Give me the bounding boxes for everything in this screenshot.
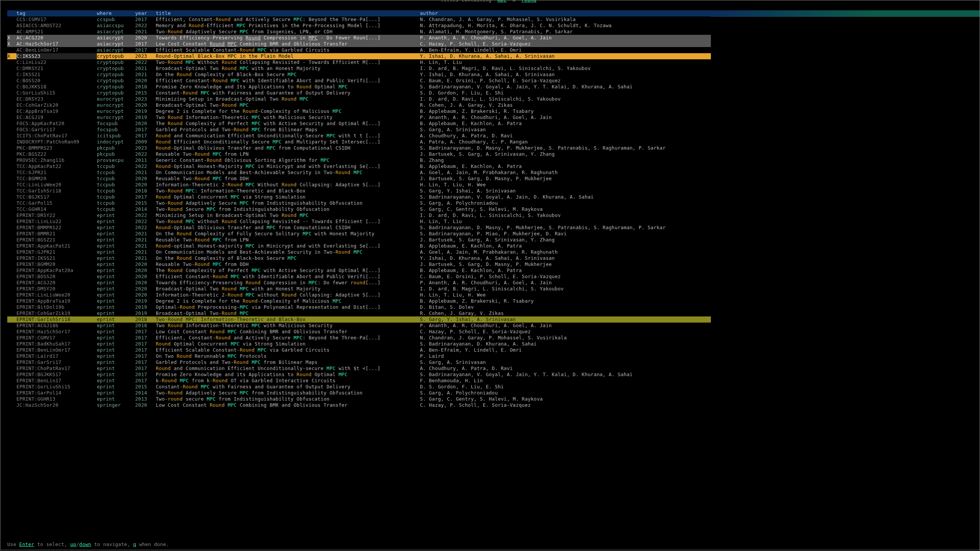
table-row[interactable]: XAC:ACGJ20asiacrypt2020Towards Efficienc…	[7, 35, 711, 41]
table-row[interactable]: EPRINT:BMMPRS22eprint2022Round-Optimal O…	[7, 225, 711, 231]
table-row[interactable]: C:BOSS20cryptopub2020Efficient Constant-…	[7, 78, 711, 84]
row-mark	[7, 231, 16, 237]
table-row[interactable]: XAC:HazSchSor17asiacrypt2017Low Cost Con…	[7, 41, 711, 47]
row-tag: EPRINT:IKSS21	[16, 255, 97, 261]
table-row[interactable]: FOCS:GarSri17focspub2017Garbled Protocol…	[7, 127, 711, 133]
row-where: eprint	[97, 286, 135, 292]
row-mark	[7, 90, 16, 96]
row-tag: FOCS:AppKacPat20	[16, 121, 97, 127]
table-row[interactable]: EPRINT:HazSchSor17eprint2017Low Cost Con…	[7, 329, 711, 335]
row-year: 2014	[135, 390, 156, 396]
table-row[interactable]: EPRINT:BGMM20eprint2020Reusable Two-Roun…	[7, 261, 711, 267]
table-row[interactable]: INDOCRYPT:PatChoRan09indocrypt2009Round …	[7, 139, 711, 145]
row-tag: INDOCRYPT:PatChoRan09	[16, 139, 97, 145]
table-row[interactable]: C:LinLiu22cryptopub2022Two-Round MPC Wit…	[7, 59, 711, 65]
table-row[interactable]: EPRINT:BadKhuSah17eprint2017Round Optima…	[7, 341, 711, 347]
table-row[interactable]: C:DMRSY21cryptopub2021Broadcast-Optimal …	[7, 65, 711, 72]
row-title: Efficient, Constant-Round and Actively S…	[156, 16, 420, 23]
table-row[interactable]: PKC:BGSZ22pkcpub2022Reusable Two-Round M…	[7, 151, 711, 157]
table-row[interactable]: EPRINT:BitDol19beprint2019Optimal-Round …	[7, 304, 711, 310]
row-title: Broadcast-Optimal Two-Round MPC	[156, 102, 420, 108]
table-row[interactable]: EPRINT:DRSY22eprint2022Minimizing Setup …	[7, 212, 711, 218]
table-row[interactable]: EPRINT:LinLiu22eprint2022Two-Round MPC w…	[7, 218, 711, 225]
table-row[interactable]: EPRINT:GGHR13eprint2013Two-round secure …	[7, 396, 711, 402]
table-row[interactable]: TCC:LinLiuWee20tccpub2020Information-The…	[7, 182, 711, 188]
row-tag: PROVSEC:Zhang11b	[16, 157, 97, 163]
table-row[interactable]: EPRINT:GJPR21eprint2021On Communication …	[7, 249, 711, 255]
table-row[interactable]: XC:IKSS23cryptopub2023Round-Optimal Blac…	[7, 53, 711, 59]
table-row[interactable]: EPRINT:ACGJ20eprint2020Towards Efficienc…	[7, 280, 711, 286]
table-row[interactable]: EPRINT:GarPol14eprint2014Two-Round Adapt…	[7, 390, 711, 396]
row-year: 2009	[135, 139, 156, 145]
row-where: eprint	[97, 378, 135, 384]
table-row[interactable]: C:GorLiuShi15cryptopub2015Constant-Round…	[7, 90, 711, 96]
table-row[interactable]: EPRINT:BOSS20eprint2020Efficient Constan…	[7, 274, 711, 280]
table-row[interactable]: AC:AMPS21asiacrypt2021Two-Round Adaptive…	[7, 29, 711, 35]
table-row[interactable]: EPRINT:AppKacPat20aeprint2020The Round C…	[7, 267, 711, 274]
row-where: cryptopub	[97, 72, 135, 78]
table-row[interactable]: EC:ACGJ19eurocrypt2019Two Round Informat…	[7, 114, 711, 121]
table-row[interactable]: EPRINT:ChoPatRav17eprint2017Round and Co…	[7, 365, 711, 372]
row-author: S. Badrinarayanan, V. Goyal, A. Jain, D.…	[420, 194, 711, 200]
table-row[interactable]: TCC:BGMM20tccpub2020Reusable Two-Round M…	[7, 176, 711, 182]
table-row[interactable]: EPRINT:GarIshSri18eprint2018Two-Round MP…	[7, 316, 711, 323]
row-tag: EPRINT:GarPol14	[16, 390, 97, 396]
table-row[interactable]: EPRINT:BMMR21eprint2021On the Round Comp…	[7, 231, 711, 237]
row-author: P. Laird	[420, 353, 711, 359]
row-tag: C:BGJKKS18	[16, 84, 97, 90]
row-year: 2017	[135, 359, 156, 365]
table-row[interactable]: EPRINT:GarSri17eprint2017Garbled Protoco…	[7, 359, 711, 365]
table-row[interactable]: EPRINT:BGJKKS17eprint2017Promise Zero Kn…	[7, 372, 711, 378]
table-row[interactable]: TCC:GarIshSri18tccpub2018Two-Round MPC: …	[7, 188, 711, 194]
row-mark	[7, 200, 16, 206]
table-row[interactable]: EC:AppBraTsa19eurocrypt2019Degree 2 is C…	[7, 108, 711, 114]
table-row[interactable]: TCC:GJPR21tccpub2021On Communication Mod…	[7, 170, 711, 176]
table-row[interactable]: EPRINT:CGMV17eprint2017Efficient, Consta…	[7, 335, 711, 341]
table-row[interactable]: TCC:GGHR14tccpub2014Two-Round Secure MPC…	[7, 206, 711, 212]
row-tag: TCC:AppKacPat22	[16, 163, 97, 170]
table-row[interactable]: EC:DRSY23eurocrypt2023Minimizing Setup i…	[7, 96, 711, 102]
row-where: eprint	[97, 249, 135, 255]
table-row[interactable]: PROVSEC:Zhang11bprovsecpu2011Generic Con…	[7, 157, 711, 163]
table-row[interactable]: ASIACCS:AMOST22asiaccspu2022Memory and R…	[7, 23, 711, 29]
table-row[interactable]: EPRINT:IKSS21eprint2021On the Round Comp…	[7, 255, 711, 261]
row-where: asiaccspu	[97, 23, 135, 29]
table-row[interactable]: EPRINT:DMSY20eprint2020Broadcast-Optimal…	[7, 286, 711, 292]
row-title: Low Cost Constant Round MPC Combining BM…	[156, 41, 420, 47]
table-row[interactable]: EPRINT:BGSZ21eprint2021Reusable Two-Roun…	[7, 237, 711, 243]
table-row[interactable]: JC:HazSchSor20springer2020Low Cost Const…	[7, 402, 711, 408]
row-mark	[7, 108, 16, 114]
table-row[interactable]: PKC:BMMPRS23pkcpub2023Round-Optimal Obli…	[7, 145, 711, 151]
table-row[interactable]: C:BGJKKS18cryptopub2018Promise Zero Know…	[7, 84, 711, 90]
table-row[interactable]: TCC:GarPol15tccpub2015Two-Round Adaptive…	[7, 200, 711, 206]
table-row[interactable]: EPRINT:ACGJ18beprint2018Two Round Inform…	[7, 323, 711, 329]
table-row[interactable]: AC:BenLinOmr17asiacrypt2017Efficient Sca…	[7, 47, 711, 53]
row-author: Y. Ishai, D. Khurana, A. Sahai, A. Srini…	[420, 255, 711, 261]
table-row[interactable]: EPRINT:BenLinOmr17eprint2017Efficient Sc…	[7, 347, 711, 353]
row-author: A. Goel, A. Jain, M. Prabhakaran, R. Rag…	[420, 170, 711, 176]
row-author: C. Hazay, P. Scholl, E. Soria-Vazquez	[420, 402, 711, 408]
table-row[interactable]: EPRINT:AppBraTsa19eprint2019Degree 2 is …	[7, 298, 711, 304]
table-row[interactable]: C:IKSS21cryptopub2021On the Round Comple…	[7, 72, 711, 78]
row-where: eurocrypt	[97, 114, 135, 121]
row-title: Efficient, Constant-Round and Actively S…	[156, 335, 420, 341]
row-mark	[7, 182, 16, 188]
row-tag: PKC:BGSZ22	[16, 151, 97, 157]
row-mark	[7, 188, 16, 194]
row-author: J. Bartusek, S. Garg, A. Srinivasan, Y. …	[420, 151, 711, 157]
table-row[interactable]: FOCS:AppKacPat20focspub2020The Round Com…	[7, 121, 711, 127]
table-row[interactable]: EPRINT:LinLiuWee20eprint2020Information-…	[7, 292, 711, 298]
table-row[interactable]: CCS:CGMV17ccspub2017Efficient, Constant-…	[7, 16, 711, 23]
table-row[interactable]: EC:CohGarZik20eurocrypt2020Broadcast-Opt…	[7, 102, 711, 108]
table-row[interactable]: EPRINT:BenLin17eprint2017k-Round MPC fro…	[7, 378, 711, 384]
row-where: tccpub	[97, 163, 135, 170]
table-row[interactable]: EPRINT:CohGarZik19eprint2019Broadcast-Op…	[7, 310, 711, 316]
table-row[interactable]: EPRINT:GorLiuShi15eprint2015Constant-Rou…	[7, 384, 711, 390]
row-where: eprint	[97, 390, 135, 396]
table-row[interactable]: EPRINT:Laird17eprint2017On Two Round Rer…	[7, 353, 711, 359]
results-table[interactable]: tag where year title author CCS:CGMV17cc…	[7, 10, 711, 408]
table-row[interactable]: TCC:BGJKS17tccpub2017Round Optimal Concu…	[7, 194, 711, 200]
table-row[interactable]: TCC:AppKacPat22tccpub2022Round-Optimal H…	[7, 163, 711, 170]
table-row[interactable]: EPRINT:AppKacPat21eprint2021Round-optima…	[7, 243, 711, 249]
table-row[interactable]: ICITS:ChoPatRav17icitspub2017Round and C…	[7, 133, 711, 139]
